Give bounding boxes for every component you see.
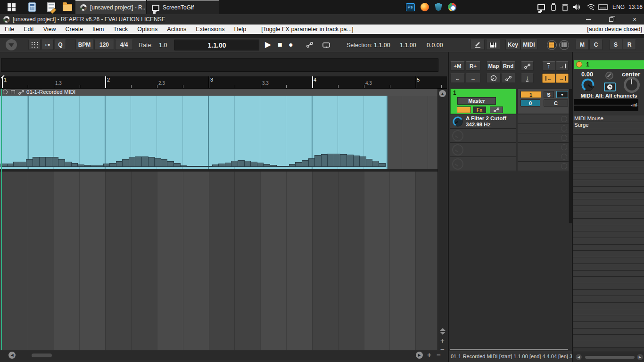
grid-settings-button[interactable] [28,40,41,50]
horizontal-scroll-thumb[interactable] [32,354,52,357]
master-mute-button[interactable]: M [576,40,589,50]
mono-button[interactable] [604,82,616,91]
solo-button[interactable]: S [544,91,554,98]
menu-item[interactable]: Item [88,26,108,33]
input-channel-button[interactable]: 0 [520,99,540,107]
mixer-fx-slot-empty[interactable] [573,225,644,232]
fx-mini-slot[interactable] [518,133,569,143]
record-monitor-button[interactable]: ● [556,91,568,98]
record-button[interactable]: ● [289,40,293,50]
prev-button[interactable]: ← [450,74,465,83]
pan-center-button[interactable]: C [544,99,568,107]
tray-chrome-button[interactable] [445,0,459,14]
vzoom-drag-icon[interactable] [440,328,446,331]
midi-item[interactable] [0,96,388,169]
menu-create[interactable]: Create [61,26,88,33]
track-lane-empty[interactable] [388,96,438,169]
mixer-fx-slot-empty[interactable] [573,141,644,148]
param-knob-icon[interactable] [452,116,463,127]
map-button[interactable]: Map [487,61,501,71]
taskbar-window-reaper[interactable]: [unsaved project] - R... [75,0,146,14]
tray-shield-button[interactable] [431,0,446,14]
fx-param-row[interactable]: A Filter 2 Cutoff 342.98 Hz [450,115,516,129]
volume-knob[interactable] [580,77,595,92]
move-to-end-button[interactable]: → [556,61,569,71]
mixer-fx-slot-empty[interactable] [573,251,644,257]
mixer-fx-slot-empty[interactable] [573,128,644,135]
mixer-fx-slot-empty[interactable] [573,271,644,277]
fx-mini-slot[interactable] [518,152,569,162]
tray-volume-button[interactable] [570,0,584,14]
link-param-button[interactable] [521,61,534,71]
mixer-fx-slot-empty[interactable] [573,161,644,167]
tray-network-button[interactable] [585,0,597,14]
mixer-fx-slot-empty[interactable] [573,322,644,329]
mixer-fx-slot-empty[interactable] [573,257,644,264]
menu-extensions[interactable]: Extensions [191,26,229,33]
horizontal-scrollbar[interactable]: ◀ ▶ + − [0,350,447,360]
fx-mini-slot[interactable] [518,162,569,171]
volume-value[interactable]: 0.00 [581,71,593,78]
tray-device-button[interactable] [559,0,570,14]
mixer-fx-slot-empty[interactable] [573,264,644,271]
mixer-fx-slot[interactable]: Surge [573,122,644,129]
master-record-button[interactable]: R [623,40,636,50]
bpm-value[interactable]: 120 [94,40,114,50]
taskbar-calculator-button[interactable] [23,0,41,14]
add-modulation-button[interactable]: +M [450,61,465,71]
mixer-fx-slot-empty[interactable] [573,167,644,174]
mixer-fx-slot-empty[interactable] [573,290,644,296]
fx-mini-slot[interactable] [518,124,569,133]
menu-options[interactable]: Options [132,26,162,33]
bpm-label-button[interactable]: BPM [75,40,93,50]
virtual-keyboard-button[interactable] [486,40,500,50]
tray-firefox-button[interactable] [418,0,432,14]
fx-button[interactable]: Fx [473,107,486,113]
mixer-fx-slot-empty[interactable] [573,315,644,322]
io-button[interactable] [490,107,503,113]
fx-mini-slot[interactable] [518,115,569,124]
route-master-button[interactable]: Master [457,97,496,105]
horizontal-zoom-in-button[interactable]: + [427,352,431,358]
tray-display-button[interactable] [535,0,548,14]
horizontal-zoom-out-button[interactable]: − [437,352,441,358]
tray-usb-button[interactable] [548,0,559,14]
menu-help[interactable]: Help [229,26,251,33]
pan-knob[interactable] [624,77,640,93]
record-mode-button[interactable]: ○● [41,40,54,50]
fx-param-slot[interactable] [450,143,516,157]
next-button[interactable]: → [466,74,480,83]
knob-mode-button[interactable] [487,74,501,83]
clock[interactable]: 13:16 [627,0,644,14]
mixer-scroll-thumb[interactable] [585,356,635,359]
fx-param-slot[interactable] [450,157,516,171]
vertical-lanes-icon[interactable] [559,40,569,50]
record-arm-button[interactable]: 1 [520,91,541,98]
mixer-fx-slot-empty[interactable] [573,193,644,199]
mixer-fx-slot-empty[interactable] [573,245,644,251]
time-signature-button[interactable]: 4/4 [115,40,133,50]
random-button[interactable]: Rnd [501,61,515,71]
track-color-swatch[interactable] [457,107,471,113]
mixer-fx-slot-empty[interactable] [573,335,644,341]
tray-keyboard-button[interactable] [596,0,610,14]
mixer-fx-slot-empty[interactable] [573,199,644,206]
mixer-fx-slot-empty[interactable] [573,206,644,213]
link-button[interactable] [304,40,316,50]
repeat-button[interactable] [320,40,333,50]
mixer-fx-slot-empty[interactable] [573,341,644,348]
quantize-button[interactable]: Q [55,40,66,50]
vzoom-drag-icon[interactable] [440,332,446,335]
master-center-button[interactable]: C [589,40,603,50]
move-to-top-button[interactable]: ↑ [542,61,555,71]
mixer-fx-slot-empty[interactable] [573,329,644,335]
edit-mode-button[interactable] [471,40,485,50]
transport-menu-icon[interactable] [6,39,17,50]
item-pool-icon[interactable] [18,90,24,95]
fx-mini-slot[interactable] [518,143,569,152]
selection-start[interactable]: 1.1.00 [374,42,390,49]
fx-param-slot[interactable] [450,129,516,143]
item-header-bar[interactable]: 01-1-Recorded MIDI [0,89,438,96]
mixer-fx-slot-empty[interactable] [573,154,644,161]
selection-length[interactable]: 0.0.00 [427,42,443,49]
